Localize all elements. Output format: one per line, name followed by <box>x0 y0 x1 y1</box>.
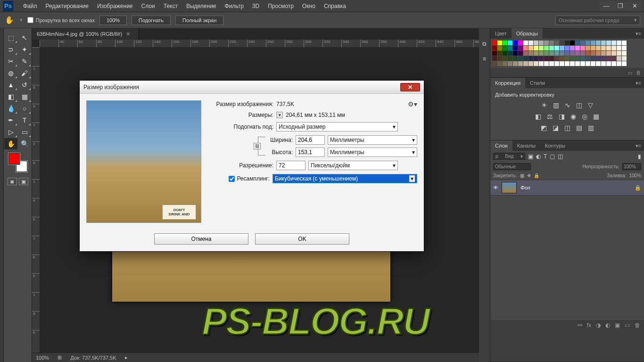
swatch[interactable] <box>591 46 595 50</box>
swatch[interactable] <box>591 41 595 45</box>
tab-channels[interactable]: Каналы <box>512 140 540 151</box>
swatch[interactable] <box>596 56 601 61</box>
swatch[interactable] <box>565 46 570 50</box>
swatch[interactable] <box>549 41 554 45</box>
foreground-color[interactable] <box>8 153 20 165</box>
lock-pixels-icon[interactable]: ▦ <box>520 173 524 178</box>
eyedropper-tool[interactable]: ✎ <box>18 56 31 67</box>
swatch[interactable] <box>539 61 544 66</box>
filter-adj-icon[interactable]: ◐ <box>536 153 541 160</box>
swatch[interactable] <box>611 51 616 56</box>
swatch[interactable] <box>565 51 570 56</box>
resolution-input[interactable] <box>276 161 305 170</box>
swatch[interactable] <box>575 41 580 45</box>
swatch[interactable] <box>580 46 585 50</box>
swatch[interactable] <box>570 56 575 61</box>
fit-screen-button[interactable]: Подогнать <box>132 16 171 25</box>
swatch[interactable] <box>580 56 585 61</box>
swatch[interactable] <box>560 61 564 66</box>
swatch[interactable] <box>549 61 554 66</box>
zoom-100-button[interactable]: 100% <box>99 16 127 25</box>
new-swatch-icon[interactable]: ▭ <box>627 70 632 76</box>
swatch[interactable] <box>492 41 497 45</box>
swatch[interactable] <box>513 61 518 66</box>
opacity-input[interactable]: 100% <box>622 163 641 170</box>
swatch[interactable] <box>518 51 523 56</box>
swatch[interactable] <box>513 46 518 50</box>
swatch[interactable] <box>606 61 611 66</box>
threshold-adj-icon[interactable]: ◫ <box>564 124 570 132</box>
menu-window[interactable]: Окно <box>298 0 320 12</box>
swatch[interactable] <box>513 41 518 45</box>
swatch[interactable] <box>508 46 512 50</box>
swatch[interactable] <box>575 46 580 50</box>
invert-adj-icon[interactable]: ◩ <box>541 124 547 132</box>
panel-menu-icon[interactable]: ▾≡ <box>633 31 644 37</box>
window-close-icon[interactable]: ✕ <box>628 2 641 10</box>
fit-select[interactable]: Исходный размер▾ <box>276 122 398 132</box>
selective-adj-icon[interactable]: ▥ <box>588 124 594 132</box>
gradient-tool[interactable]: ▦ <box>18 91 31 102</box>
swatch[interactable] <box>586 51 590 56</box>
swatch[interactable] <box>523 46 528 50</box>
swatch[interactable] <box>586 41 590 45</box>
swatch[interactable] <box>596 41 601 45</box>
swatch[interactable] <box>611 46 616 50</box>
swatches-grid[interactable] <box>490 39 644 68</box>
swatch[interactable] <box>539 51 544 56</box>
ok-button[interactable]: OK <box>255 233 349 245</box>
swatch[interactable] <box>622 51 627 56</box>
swatch[interactable] <box>518 41 523 45</box>
swatch[interactable] <box>617 41 621 45</box>
left-collapsed-panel[interactable] <box>0 28 4 362</box>
swatch[interactable] <box>601 41 606 45</box>
filter-toggle[interactable]: ▮ <box>638 153 641 160</box>
swatch[interactable] <box>513 56 518 61</box>
screenmode-icon[interactable]: ▣ <box>19 178 28 185</box>
delete-layer-icon[interactable]: 🗑 <box>635 322 640 329</box>
scroll-all-checkbox[interactable]: Прокрутка во всех окнах <box>27 17 95 23</box>
layer-background[interactable]: 👁 Фон 🔒 <box>490 180 644 196</box>
swatch[interactable] <box>575 51 580 56</box>
shape-tool[interactable]: ▭ <box>18 126 31 138</box>
swatch[interactable] <box>534 56 538 61</box>
menu-image[interactable]: Изображение <box>93 0 137 12</box>
swatch[interactable] <box>503 41 507 45</box>
swatch[interactable] <box>622 41 627 45</box>
swatch[interactable] <box>606 46 611 50</box>
swatch[interactable] <box>591 61 595 66</box>
link-dims-icon[interactable]: ⛓ <box>258 137 265 156</box>
swatch[interactable] <box>565 41 570 45</box>
resample-select[interactable]: Бикубическая (с уменьшением)▾ <box>272 174 417 183</box>
panel-menu-icon[interactable]: ▾≡ <box>633 80 644 86</box>
menu-select[interactable]: Выделение <box>182 0 221 12</box>
tab-swatches[interactable]: Образцы <box>512 28 543 39</box>
cancel-button[interactable]: Отмена <box>154 233 248 245</box>
layer-visibility-icon[interactable]: 👁 <box>493 185 502 190</box>
dialog-gear-icon[interactable]: ⚙▾ <box>408 100 417 108</box>
swatch[interactable] <box>508 61 512 66</box>
tab-paths[interactable]: Контуры <box>540 140 570 151</box>
tab-styles[interactable]: Стили <box>525 78 550 88</box>
fullscreen-button[interactable]: Полный экран <box>175 16 223 25</box>
dims-info-icon[interactable]: ▾ <box>276 112 283 118</box>
swatch[interactable] <box>554 51 559 56</box>
layer-thumbnail[interactable] <box>502 182 517 193</box>
swatch[interactable] <box>601 56 606 61</box>
swatch[interactable] <box>518 61 523 66</box>
swatch[interactable] <box>565 56 570 61</box>
swatch[interactable] <box>528 56 533 61</box>
swatch[interactable] <box>622 56 627 61</box>
close-tab-icon[interactable]: ✕ <box>126 31 130 37</box>
swatch[interactable] <box>617 56 621 61</box>
swatch[interactable] <box>560 56 564 61</box>
swatch[interactable] <box>492 56 497 61</box>
window-restore-icon[interactable]: ❐ <box>614 2 627 10</box>
menu-text[interactable]: Текст <box>159 0 182 12</box>
swatch[interactable] <box>606 41 611 45</box>
swatch[interactable] <box>539 56 544 61</box>
filter-shape-icon[interactable]: ▢ <box>550 153 555 160</box>
levels-adj-icon[interactable]: ▥ <box>553 101 559 109</box>
lookup-adj-icon[interactable]: ▦ <box>593 113 599 120</box>
document-tab[interactable]: 63BHimNav-4.jpg @ 100% (RGB/8#)✕ <box>32 28 139 40</box>
